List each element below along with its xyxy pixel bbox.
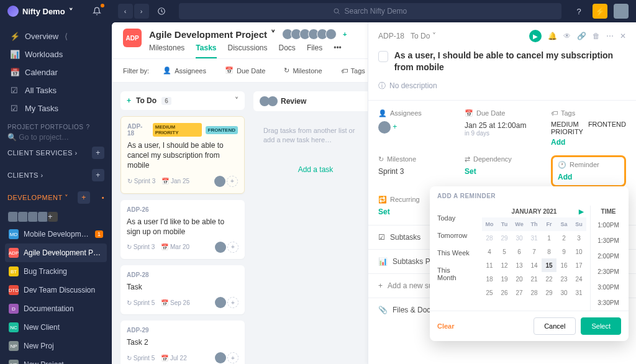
time-option[interactable]: 3:30PM <box>591 295 626 311</box>
tab-discussions[interactable]: Discussions <box>228 43 268 58</box>
development-section[interactable]: DEVELOPMENT ˅+ <box>0 186 112 209</box>
task-card[interactable]: ADP-28 Task↻ Sprint 5📅 Sep 26+ <box>120 265 245 314</box>
calendar-day[interactable]: 19 <box>497 272 512 286</box>
calendar-day[interactable]: 3 <box>571 231 586 245</box>
calendar-day[interactable]: 10 <box>571 245 586 258</box>
calendar-day[interactable]: 2 <box>556 231 571 245</box>
client-services-section[interactable]: CLIENT SERVICES ›+ <box>0 142 112 164</box>
calendar-day[interactable]: 18 <box>482 272 497 286</box>
calendar-day[interactable]: 5 <box>497 245 512 258</box>
calendar-day[interactable]: 20 <box>512 272 527 286</box>
time-option[interactable]: 1:30PM <box>591 233 626 248</box>
calendar-day[interactable]: 22 <box>542 272 556 286</box>
close-icon[interactable]: ✕ <box>620 32 626 40</box>
calendar-day[interactable]: 28 <box>482 231 497 245</box>
calendar-day[interactable]: 26 <box>497 286 512 299</box>
time-option[interactable]: 2:30PM <box>591 264 626 280</box>
filter-assignees[interactable]: 👤 Assignees <box>158 64 211 77</box>
calendar-day[interactable]: 13 <box>512 258 527 272</box>
task-card[interactable]: ADP-26 As a user I'd like to be able to … <box>120 200 245 259</box>
bell-icon[interactable]: 🔔 <box>548 32 557 40</box>
nav-workloads[interactable]: 📊Workloads <box>7 45 104 63</box>
calendar-day[interactable]: 27 <box>512 286 527 299</box>
complete-checkbox[interactable] <box>378 51 388 62</box>
clients-section[interactable]: CLIENTS ›+ <box>0 164 112 186</box>
help-icon[interactable]: ? <box>571 4 586 19</box>
quick-today[interactable]: Today <box>430 209 478 227</box>
cancel-button[interactable]: Cancel <box>534 317 576 335</box>
add-tag-button[interactable]: Add <box>551 138 626 147</box>
add-icon[interactable]: + <box>92 169 104 181</box>
go-to-project[interactable]: 🔍 Go to project… <box>0 133 112 142</box>
brand[interactable]: Nifty Demo ˅ <box>7 6 73 17</box>
task-card[interactable]: ADP-29 Task 2↻ Sprint 5📅 Jul 22+ <box>120 321 245 364</box>
nav-my-tasks[interactable]: ☑My Tasks <box>7 99 104 117</box>
calendar-day[interactable]: 25 <box>482 286 497 299</box>
calendar-day[interactable]: 1 <box>542 231 556 245</box>
filter-due-date[interactable]: 📅 Due Date <box>220 64 270 77</box>
tab-tasks[interactable]: Tasks <box>196 43 216 58</box>
nav-overview[interactable]: ⚡Overview⟨ <box>7 27 104 45</box>
calendar-day[interactable]: 29 <box>497 231 512 245</box>
due-date-value[interactable]: Jan 25 at 12:00am <box>465 121 540 130</box>
calendar-day[interactable]: 4 <box>482 245 497 258</box>
calendar-day[interactable]: 8 <box>542 245 556 258</box>
archive-icon[interactable]: 🗑 <box>593 32 600 40</box>
project-members[interactable] <box>282 29 334 40</box>
play-icon[interactable]: ▶ <box>529 30 542 42</box>
select-button[interactable]: Select <box>581 317 621 335</box>
nav-all-tasks[interactable]: ☑All Tasks <box>7 81 104 99</box>
filter-tags[interactable]: 🏷 Tags <box>336 65 370 77</box>
tab-files[interactable]: Files <box>307 43 322 58</box>
filter-milestone[interactable]: ↻ Milestone <box>279 64 327 77</box>
column-header[interactable]: Review <box>253 91 378 111</box>
project-item[interactable]: DDocumentation <box>5 299 107 318</box>
user-avatar[interactable] <box>614 4 629 19</box>
add-reminder-button[interactable]: Add <box>558 173 619 181</box>
notifications-icon[interactable] <box>88 2 106 20</box>
nav-calendar[interactable]: 📅Calendar <box>7 63 104 81</box>
calendar-day[interactable]: 29 <box>542 286 556 299</box>
calendar-day[interactable]: 11 <box>482 258 497 272</box>
calendar-day[interactable]: 31 <box>527 231 542 245</box>
calendar-day[interactable]: 15 <box>542 258 556 272</box>
calendar-day[interactable]: 14 <box>527 258 542 272</box>
calendar-day[interactable]: 6 <box>512 245 527 258</box>
milestone-value[interactable]: Sprint 3 <box>378 167 453 176</box>
calendar-day[interactable]: 24 <box>571 272 586 286</box>
time-option[interactable]: 2:00PM <box>591 248 626 264</box>
quick-this-week[interactable]: This Week <box>430 244 478 262</box>
calendar-day[interactable]: 28 <box>527 286 542 299</box>
calendar-day[interactable]: 21 <box>527 272 542 286</box>
chevron-down-icon[interactable]: ˅ <box>271 29 276 40</box>
clear-button[interactable]: Clear <box>437 322 455 330</box>
task-status-dropdown[interactable]: To Do ˅ <box>411 32 436 40</box>
eye-icon[interactable]: 👁 <box>563 32 571 40</box>
calendar-day[interactable]: 23 <box>556 272 571 286</box>
calendar-day[interactable]: 30 <box>512 231 527 245</box>
project-item[interactable]: BTBug Tracking <box>5 262 107 281</box>
project-item[interactable]: DTDDev Team Discussion <box>5 281 107 299</box>
nav-forward-button[interactable]: › <box>134 4 149 19</box>
calendar-day[interactable]: 31 <box>571 286 586 299</box>
task-description[interactable]: ⓘ No description <box>368 81 636 100</box>
history-icon[interactable] <box>154 4 169 19</box>
add-task-button[interactable]: Add a task <box>253 160 378 179</box>
project-item[interactable]: NCNew Client <box>5 318 107 337</box>
more-tabs-icon[interactable]: ••• <box>334 43 342 58</box>
calendar-day[interactable]: 7 <box>527 245 542 258</box>
set-dependency-button[interactable]: Set <box>465 167 540 176</box>
project-item[interactable]: NPNew Proj <box>5 337 107 355</box>
search-input[interactable]: Search Nifty Demo <box>179 3 561 19</box>
task-title[interactable]: As a user, I should be able to cancel my… <box>394 50 626 73</box>
next-month-icon[interactable]: ▶ <box>579 208 584 215</box>
nav-back-button[interactable]: ‹ <box>118 4 133 19</box>
add-member-icon[interactable]: + <box>343 30 347 38</box>
project-item[interactable]: ADPAgile Development Proj… <box>5 243 107 262</box>
task-card[interactable]: ADP-18 MEDIUM PRIORITYFRONTENDAs a user,… <box>120 116 245 194</box>
chevron-down-icon[interactable]: ˅ <box>235 96 238 105</box>
calendar-day[interactable]: 30 <box>556 286 571 299</box>
add-icon[interactable]: + <box>78 191 90 204</box>
link-icon[interactable]: 🔗 <box>577 32 586 40</box>
quick-tomorrow[interactable]: Tomorrow <box>430 227 478 244</box>
